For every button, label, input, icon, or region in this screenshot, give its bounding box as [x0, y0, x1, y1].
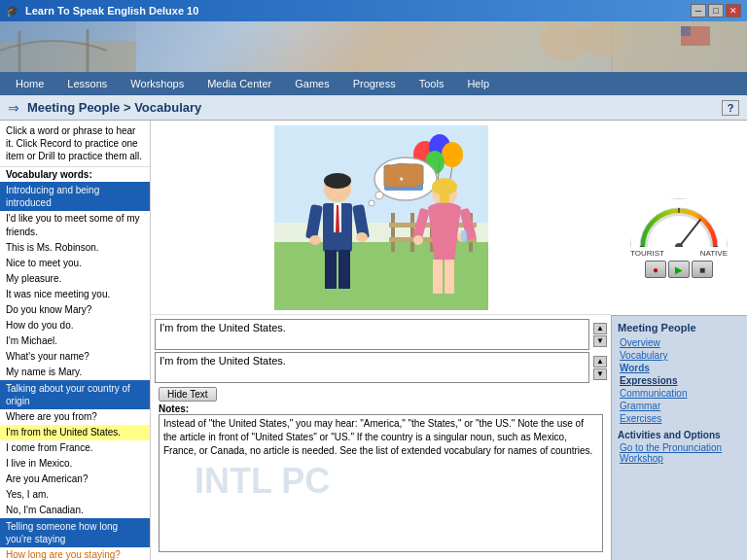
vocab-section-header-2: Talking about your country of origin	[0, 380, 150, 409]
vocab-item[interactable]: My pleasure.	[0, 271, 150, 287]
svg-point-50	[413, 235, 423, 245]
text-box-2[interactable]	[155, 352, 589, 383]
text-box-row-1: ▲ ▼	[155, 319, 607, 350]
right-nav-words[interactable]: Words	[618, 363, 741, 373]
svg-rect-46	[433, 260, 443, 294]
title-bar: 🎓 Learn To Speak English Deluxe 10 ─ □ ✕	[0, 0, 747, 21]
nav-lessons[interactable]: Lessons	[55, 75, 119, 92]
right-nav-grammar[interactable]: Grammar	[618, 401, 741, 411]
breadcrumb-icon: ⇒	[8, 100, 19, 116]
right-nav-exercises[interactable]: Exercises	[618, 413, 741, 424]
play-button[interactable]: ▶	[668, 261, 690, 278]
nav-tools[interactable]: Tools	[408, 75, 456, 92]
left-panel: Click a word or phrase to hear it. Click…	[0, 121, 151, 560]
scroll-up-1[interactable]: ▲	[593, 323, 607, 334]
nav-home[interactable]: Home	[4, 75, 55, 92]
scroll-2: ▲ ▼	[593, 356, 607, 380]
gauge-label-native: NATIVE	[700, 249, 728, 258]
vocab-item[interactable]: My name is Mary.	[0, 365, 150, 380]
text-box-1[interactable]	[155, 319, 589, 350]
svg-point-21	[442, 142, 463, 167]
nav-media-center[interactable]: Media Center	[196, 75, 283, 92]
stop-button[interactable]: ■	[692, 261, 713, 278]
scroll-down-2[interactable]: ▼	[593, 368, 607, 380]
vocab-item[interactable]: Yes, I am.	[0, 487, 150, 503]
audio-meter-area: TOURIST NATIVE ● ▶ ■	[611, 121, 747, 315]
record-icon: ●	[653, 264, 658, 275]
text-areas: ▲ ▼ ▲ ▼ Hide Text Notes: Instead of "the…	[151, 315, 611, 560]
svg-rect-11	[274, 242, 488, 310]
gauge-container: TOURIST NATIVE	[630, 198, 728, 257]
svg-text:★: ★	[399, 176, 404, 182]
right-nav-panel: Meeting People Overview Vocabulary Words…	[611, 315, 747, 560]
svg-rect-52	[461, 230, 467, 242]
illustration-svg: ★	[274, 125, 488, 310]
right-nav-communication[interactable]: Communication	[618, 388, 741, 399]
vocab-item[interactable]: I live in Mexico.	[0, 456, 150, 472]
nav-progress[interactable]: Progress	[341, 75, 408, 92]
svg-point-29	[369, 200, 374, 206]
vocab-item[interactable]: It was nice meeting you.	[0, 287, 150, 302]
window-controls[interactable]: ─ □ ✕	[691, 4, 741, 18]
breadcrumb: Meeting People > Vocabulary	[27, 100, 201, 115]
vocab-item-selected[interactable]: I'm from the United States.	[0, 425, 150, 440]
close-button[interactable]: ✕	[726, 4, 741, 18]
right-panel-title: Meeting People	[618, 322, 741, 333]
nav-bar: Home Lessons Workshops Media Center Game…	[0, 72, 747, 95]
right-section: TOURIST NATIVE ● ▶ ■ Meeting People	[611, 121, 747, 560]
right-nav-overview[interactable]: Overview	[618, 337, 741, 348]
instruction-text: Click a word or phrase to hear it. Click…	[0, 121, 150, 167]
right-nav-pronunciation[interactable]: Go to the Pronunciation Workshop	[618, 442, 741, 464]
vocab-label: Vocabulary words:	[0, 167, 150, 182]
vocab-item[interactable]: Do you know Mary?	[0, 302, 150, 318]
play-icon: ▶	[675, 264, 683, 275]
gauge-labels: TOURIST NATIVE	[630, 249, 728, 258]
vocab-item[interactable]: Nice to meet you.	[0, 256, 150, 271]
vocab-item[interactable]: I come from France.	[0, 440, 150, 456]
nav-games[interactable]: Games	[283, 75, 340, 92]
maximize-button[interactable]: □	[708, 4, 724, 18]
scroll-1: ▲ ▼	[593, 323, 607, 347]
svg-point-28	[375, 192, 383, 199]
minimize-button[interactable]: ─	[691, 4, 706, 18]
vocab-item[interactable]: Where are you from?	[0, 409, 150, 425]
header-overlay	[0, 21, 747, 72]
vocab-item-orange[interactable]: How long are you staying?	[0, 547, 150, 560]
scroll-up-2[interactable]: ▲	[593, 356, 607, 368]
notes-label: Notes:	[155, 403, 607, 414]
vocab-item[interactable]: I'm Michael.	[0, 333, 150, 349]
svg-rect-38	[338, 250, 350, 289]
main-content: Click a word or phrase to hear it. Click…	[0, 121, 747, 560]
audio-controls: ● ▶ ■	[645, 261, 713, 278]
title-bar-title: 🎓 Learn To Speak English Deluxe 10	[6, 5, 198, 18]
gauge-svg	[630, 198, 728, 247]
vocab-item[interactable]: What's your name?	[0, 349, 150, 365]
illustration-area: ★	[151, 121, 611, 315]
vocab-item[interactable]: Are you American?	[0, 472, 150, 487]
svg-rect-12	[391, 213, 395, 252]
nav-workshops[interactable]: Workshops	[119, 75, 196, 92]
right-nav-expressions[interactable]: Expressions	[618, 375, 741, 386]
center-panel: ★	[151, 121, 611, 560]
notes-area[interactable]: Instead of "the United States," you may …	[159, 414, 603, 552]
nav-help[interactable]: Help	[455, 75, 501, 92]
vocab-item[interactable]: No, I'm Canadian.	[0, 503, 150, 518]
svg-point-42	[356, 232, 368, 242]
help-button[interactable]: ?	[722, 100, 739, 116]
vocab-item[interactable]: How do you do.	[0, 318, 150, 333]
svg-rect-47	[445, 260, 454, 294]
right-nav-vocabulary[interactable]: Vocabulary	[618, 350, 741, 361]
scroll-down-1[interactable]: ▼	[593, 335, 607, 347]
record-button[interactable]: ●	[645, 261, 666, 278]
vocab-item[interactable]: I'd like you to meet some of my friends.	[0, 211, 150, 240]
gauge-display	[630, 198, 728, 247]
activities-label: Activities and Options	[618, 430, 741, 440]
app-icon: 🎓	[6, 5, 19, 18]
vocab-list: Introducing and being introduced I'd lik…	[0, 182, 150, 560]
header-image	[0, 21, 747, 72]
vocab-section-header-1: Introducing and being introduced	[0, 182, 150, 211]
vocab-item[interactable]: This is Ms. Robinson.	[0, 240, 150, 256]
text-box-row-2: ▲ ▼	[155, 352, 607, 383]
hide-text-button[interactable]: Hide Text	[159, 387, 217, 402]
svg-point-33	[324, 173, 351, 189]
